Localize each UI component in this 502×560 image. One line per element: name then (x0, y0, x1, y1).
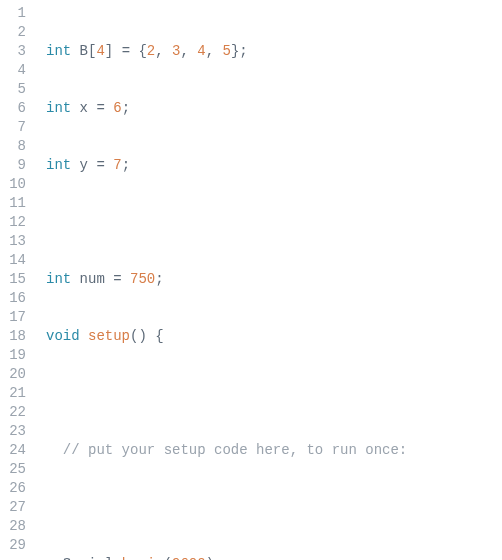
line-number: 20 (0, 365, 26, 384)
code-line (46, 498, 449, 517)
line-number: 5 (0, 80, 26, 99)
line-number-gutter: 1 2 3 4 5 6 7 8 9 10 11 12 13 14 15 16 1… (0, 0, 36, 560)
code-line: int y = 7; (46, 156, 449, 175)
code-line: int num = 750; (46, 270, 449, 289)
code-line: int B[4] = {2, 3, 4, 5}; (46, 42, 449, 61)
line-number: 10 (0, 175, 26, 194)
code-line (46, 213, 449, 232)
code-line: Serial.begin(9600); (46, 555, 449, 560)
line-number: 9 (0, 156, 26, 175)
line-number: 18 (0, 327, 26, 346)
line-number: 17 (0, 308, 26, 327)
line-number: 29 (0, 536, 26, 555)
line-number: 4 (0, 61, 26, 80)
line-number: 13 (0, 232, 26, 251)
line-number: 8 (0, 137, 26, 156)
line-number: 27 (0, 498, 26, 517)
code-editor: 1 2 3 4 5 6 7 8 9 10 11 12 13 14 15 16 1… (0, 0, 502, 560)
line-number: 14 (0, 251, 26, 270)
line-number: 3 (0, 42, 26, 61)
line-number: 2 (0, 23, 26, 42)
code-line: int x = 6; (46, 99, 449, 118)
line-number: 16 (0, 289, 26, 308)
line-number: 12 (0, 213, 26, 232)
line-number: 21 (0, 384, 26, 403)
line-number: 15 (0, 270, 26, 289)
line-number: 24 (0, 441, 26, 460)
line-number: 11 (0, 194, 26, 213)
line-number: 22 (0, 403, 26, 422)
line-number: 1 (0, 4, 26, 23)
code-line: // put your setup code here, to run once… (46, 441, 449, 460)
line-number: 6 (0, 99, 26, 118)
line-number: 7 (0, 118, 26, 137)
line-number: 19 (0, 346, 26, 365)
code-line: void setup() { (46, 327, 449, 346)
line-number: 23 (0, 422, 26, 441)
code-area[interactable]: int B[4] = {2, 3, 4, 5}; int x = 6; int … (36, 0, 449, 560)
code-line (46, 384, 449, 403)
line-number: 26 (0, 479, 26, 498)
line-number: 25 (0, 460, 26, 479)
line-number: 28 (0, 517, 26, 536)
